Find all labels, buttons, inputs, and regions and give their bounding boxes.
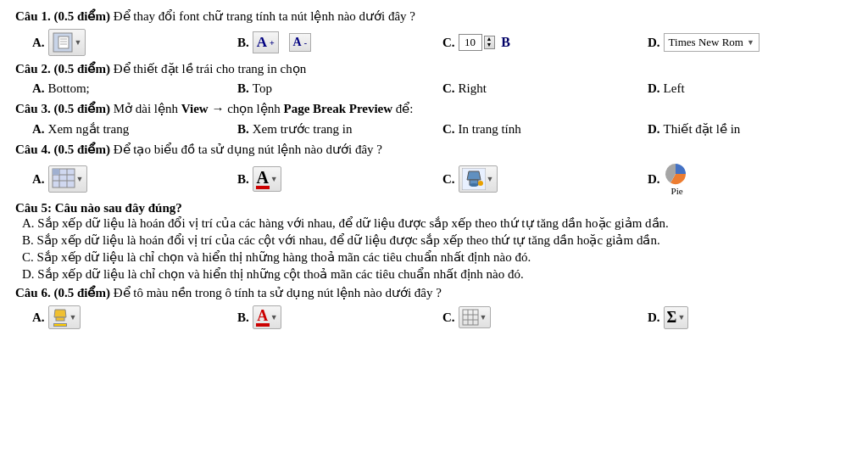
q4-c-label: C. <box>442 172 455 187</box>
q4-d-label: D. <box>648 172 660 187</box>
q6-answer-b: B. A ▼ <box>237 305 442 329</box>
q4-chart-button-c[interactable]: ▼ <box>459 165 498 193</box>
q6-d-arrow: ▼ <box>677 313 685 322</box>
paint-bucket-small-icon <box>52 308 69 323</box>
q1-d-label: D. <box>648 36 660 50</box>
q2-d-text: Left <box>664 81 685 96</box>
q3-title: Câu 3. (0.5 điểm) <box>15 102 110 115</box>
font-family-value: Times New Rom <box>669 36 743 49</box>
q6-answer-a: A. ▼ <box>32 305 237 329</box>
q4-a-arrow: ▼ <box>76 175 84 183</box>
q6-font-color-button[interactable]: A ▼ <box>253 305 281 329</box>
q4-chart-button-b[interactable]: A ▼ <box>253 166 281 192</box>
bold-button[interactable]: B <box>501 35 510 50</box>
q4-answer-c: C. ▼ <box>442 165 648 193</box>
svg-rect-1 <box>58 36 69 48</box>
pie-chart-icon-wrapper: Pie <box>664 162 691 196</box>
q6-title: Câu 6. (0.5 điểm) <box>15 286 110 299</box>
q2-d-label: D. <box>648 81 660 96</box>
q6-answer-d: D. Σ ▼ <box>648 306 853 329</box>
q4-answer-b: B. A ▼ <box>237 166 442 192</box>
q5-title: Câu 5: Câu nào sau đây đúng? <box>15 201 182 215</box>
question-1: Câu 1. (0.5 điểm) Để thay đổi font chữ t… <box>15 8 853 56</box>
q1-answer-d: D. Times New Rom ▼ <box>648 33 853 52</box>
question-5: Câu 5: Câu nào sau đây đúng? A. Sắp xếp … <box>15 201 853 282</box>
q3-answer-c: C. In trang tính <box>442 122 648 137</box>
q1-answer-a: A. ▼ <box>32 29 237 56</box>
dropdown-arrow-a: ▼ <box>75 38 82 47</box>
q6-a-label: A. <box>32 311 45 325</box>
q6-grid-button[interactable]: ▼ <box>459 306 491 328</box>
question-2: Câu 2. (0.5 điểm) Để thiết đặt lề trái c… <box>15 61 853 96</box>
q2-answer-b: B. Top <box>237 81 442 96</box>
q2-answer-d: D. Left <box>648 81 853 96</box>
q2-c-label: C. <box>442 81 455 96</box>
q6-answers: A. ▼ B. A ▼ <box>32 305 853 329</box>
font-size-spinner[interactable]: ▲ ▼ <box>484 36 495 49</box>
question-4: Câu 4. (0.5 điểm) Để tạo biểu đồ ta sử d… <box>15 142 853 196</box>
q1-answer-b: B. A+ A- <box>237 31 442 53</box>
sigma-icon: Σ <box>667 309 677 327</box>
pie-chart-icon <box>664 162 691 186</box>
fill-color-yellow-icon <box>52 308 69 327</box>
q5-answer-b: B. Sắp xếp dữ liệu là hoán đổi vị trí củ… <box>22 232 853 248</box>
q5-c-text: C. Sắp xếp dữ liệu là chỉ chọn và hiển t… <box>22 250 531 264</box>
yellow-color-bar <box>53 323 67 327</box>
q4-body: Để tạo biểu đồ ta sử dụng nút lệnh nào d… <box>110 143 382 156</box>
font-color-a-letter: A <box>257 169 269 186</box>
svg-marker-12 <box>467 171 481 180</box>
q6-c-arrow: ▼ <box>480 313 487 322</box>
q2-answer-a: A. Bottom; <box>32 81 237 96</box>
q2-b-label: B. <box>237 81 249 96</box>
q6-sigma-button[interactable]: Σ ▼ <box>664 306 689 329</box>
font-dropdown-arrow: ▼ <box>747 38 754 47</box>
table-grid-icon <box>52 168 75 190</box>
q6-c-label: C. <box>442 311 455 325</box>
font-color-letter: A <box>257 308 268 323</box>
q6-body: Để tô màu nền trong ô tính ta sử dụng nú… <box>110 286 442 299</box>
q3-answer-b: B. Xem trước trang in <box>237 121 442 137</box>
svg-rect-18 <box>463 310 478 325</box>
font-family-dropdown[interactable]: Times New Rom ▼ <box>664 33 760 52</box>
q3-b-text: Xem trước trang in <box>253 121 353 137</box>
q3-answer-a: A. Xem ngắt trang <box>32 121 237 137</box>
q4-a-label: A. <box>32 172 45 187</box>
q5-answer-c: C. Sắp xếp dữ liệu là chỉ chọn và hiển t… <box>22 249 853 265</box>
q6-a-arrow: ▼ <box>70 313 77 322</box>
spinner-down[interactable]: ▼ <box>487 42 492 48</box>
font-color-red-icon: A <box>256 308 270 327</box>
q2-b-text: Top <box>253 81 272 96</box>
font-shrink-super: - <box>304 38 307 48</box>
paste-button[interactable]: ▼ <box>48 29 86 56</box>
q6-d-label: D. <box>648 311 660 325</box>
q1-b-label: B. <box>237 36 249 50</box>
svg-rect-17 <box>56 317 64 321</box>
paste-icon <box>52 31 74 53</box>
font-size-grow-button[interactable]: A+ <box>253 31 279 53</box>
font-size-shrink-button[interactable]: A- <box>289 33 311 52</box>
q2-body: Để thiết đặt lề trái cho trang in chọn <box>110 62 306 76</box>
font-grow-icon: A <box>257 34 267 51</box>
q6-fill-button-a[interactable]: ▼ <box>48 305 81 329</box>
q5-answer-a: A. Sắp xếp dữ liệu là hoán đổi vị trí củ… <box>22 215 853 231</box>
q1-answers: A. ▼ B. A+ A <box>32 29 853 56</box>
q3-answers: A. Xem ngắt trang B. Xem trước trang in … <box>32 121 853 137</box>
q3-answer-d: D. Thiết đặt lề in <box>648 121 853 137</box>
font-size-input[interactable]: 10 <box>459 34 482 51</box>
question-6: Câu 6. (0.5 điểm) Để tô màu nền trong ô … <box>15 285 853 329</box>
q4-title: Câu 4. (0.5 điểm) <box>15 143 110 156</box>
q4-b-label: B. <box>237 172 249 187</box>
paint-bucket-icon <box>462 168 486 190</box>
q3-b-label: B. <box>237 122 249 137</box>
q1-answer-c: C. 10 ▲ ▼ B <box>442 34 648 51</box>
font-color-red-bar <box>256 323 270 327</box>
q2-a-label: A. <box>32 81 45 96</box>
q4-chart-button-a[interactable]: ▼ <box>48 165 87 193</box>
q1-c-control: 10 ▲ ▼ B <box>459 34 510 51</box>
q5-d-text: D. Sắp xếp dữ liệu là chỉ chọn và hiển t… <box>22 267 524 281</box>
pie-label: Pie <box>671 186 683 196</box>
q2-title: Câu 2. (0.5 điểm) <box>15 62 110 76</box>
q3-c-text: In trang tính <box>459 122 521 137</box>
q6-b-label: B. <box>237 311 249 325</box>
q4-c-arrow: ▼ <box>487 175 494 183</box>
